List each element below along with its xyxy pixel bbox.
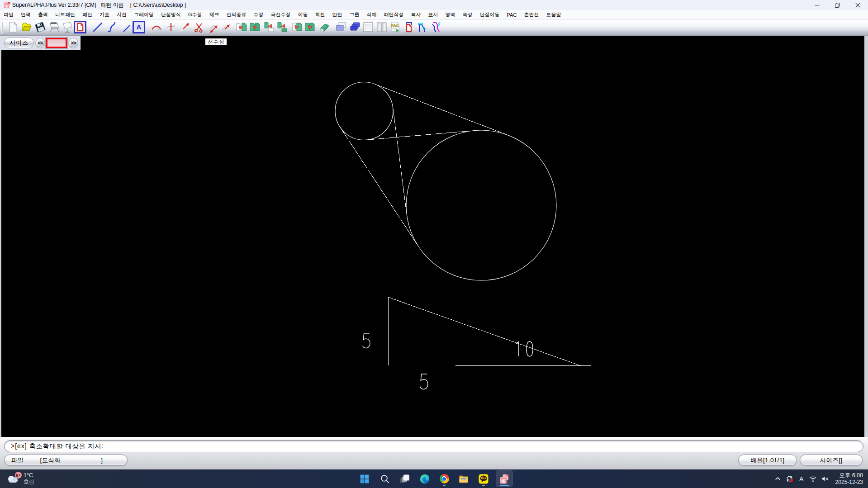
open-folder-icon[interactable] xyxy=(21,21,33,33)
tray-volume-muted-icon[interactable] xyxy=(819,469,831,488)
pac-document-icon[interactable] xyxy=(403,21,415,33)
scissors-cut-icon[interactable] xyxy=(193,21,205,33)
menu-곡선수정[interactable]: 곡선수정 xyxy=(268,11,294,18)
overlap-windows-icon[interactable] xyxy=(335,21,347,33)
menu-입력[interactable]: 입력 xyxy=(18,11,33,18)
menu-이동[interactable]: 이동 xyxy=(295,11,311,18)
taskbar-clock[interactable]: 오후 6:00 2025-12-23 xyxy=(835,472,863,485)
merge-white-green-icon[interactable] xyxy=(291,21,303,33)
window-title: SuperALPHA:Plus Ver 2.33r7 [CM] xyxy=(12,2,96,8)
size-input-field[interactable] xyxy=(46,38,67,48)
menu-니트패턴[interactable]: 니트패턴 xyxy=(52,11,78,18)
pattern-name-label: 패턴 이름 xyxy=(100,1,123,9)
menu-패턴작성[interactable]: 패턴작성 xyxy=(381,11,407,18)
taskbar-file-explorer-icon[interactable] xyxy=(455,470,472,487)
taskbar-edge-icon[interactable] xyxy=(416,470,433,487)
split-piece-icon[interactable] xyxy=(276,21,288,33)
menu-복사[interactable]: 복사 xyxy=(408,11,424,18)
command-input[interactable]: >[ex] 축소확대할 대상을 지시: xyxy=(4,440,863,452)
menu-반전[interactable]: 반전 xyxy=(330,11,345,18)
menu-도움말[interactable]: 도움말 xyxy=(543,11,564,18)
close-button[interactable] xyxy=(848,0,868,10)
tray-ime-korean-icon[interactable]: A xyxy=(796,469,807,488)
menu-G수정[interactable]: G수정 xyxy=(185,11,205,18)
size-prev-button[interactable]: << xyxy=(35,38,45,48)
menu-선의종류[interactable]: 선의종류 xyxy=(224,11,249,18)
size-next-button[interactable]: >> xyxy=(68,38,78,48)
plotter-output-icon[interactable] xyxy=(48,21,60,33)
menu-영역[interactable]: 영역 xyxy=(443,11,458,18)
menu-수정[interactable]: 수정 xyxy=(251,11,266,18)
line-arrow-icon[interactable] xyxy=(179,21,191,33)
menu-단점방식[interactable]: 단점방식 xyxy=(158,11,184,18)
size-status-button[interactable]: 사이즈[] xyxy=(800,455,863,466)
size-input[interactable] xyxy=(45,37,68,49)
menu-삭제[interactable]: 삭제 xyxy=(364,11,379,18)
extract-piece-icon[interactable] xyxy=(263,21,275,33)
system-tray: A 오후 6:00 2025-12-23 xyxy=(772,469,868,488)
minimize-button[interactable] xyxy=(807,0,827,10)
text-tool-icon[interactable]: A xyxy=(133,21,145,33)
menu-PAC[interactable]: PAC xyxy=(504,12,520,18)
menu-패턴[interactable]: 패턴 xyxy=(80,11,95,18)
restore-button[interactable] xyxy=(827,0,848,10)
menu-표시[interactable]: 표시 xyxy=(426,11,441,18)
taskbar-task-view-icon[interactable] xyxy=(396,470,413,487)
copy-pattern-icon[interactable] xyxy=(236,21,247,33)
menu-기호[interactable]: 기호 xyxy=(97,11,112,18)
curve-tool-icon[interactable] xyxy=(106,21,118,33)
arc-tool-icon[interactable] xyxy=(151,21,162,33)
move-double-arrow-icon[interactable] xyxy=(207,21,219,33)
clock-date: 2025-12-23 xyxy=(835,479,863,486)
frame-window-icon[interactable] xyxy=(362,21,374,33)
zoom-status-button[interactable]: 배율[1.01/1] xyxy=(738,455,797,466)
toolbar: APAC xyxy=(0,20,868,36)
path-grading-icon[interactable] xyxy=(430,21,441,33)
taskbar-kakaotalk-icon[interactable]: TALK xyxy=(475,470,492,487)
menu-회전[interactable]: 회전 xyxy=(313,11,328,18)
file-status-button[interactable]: 파일 [도식화 ] xyxy=(4,455,128,466)
line-tool-icon[interactable] xyxy=(92,21,104,33)
size-button[interactable]: 사이즈 xyxy=(4,38,34,48)
path-nodes-icon[interactable] xyxy=(417,21,428,33)
tray-sync-alert-icon[interactable] xyxy=(784,469,796,488)
menu-촌법선[interactable]: 촌법선 xyxy=(521,11,541,18)
eraser-icon[interactable] xyxy=(318,21,330,33)
menu-출력[interactable]: 출력 xyxy=(35,11,51,18)
digitizer-board-icon[interactable] xyxy=(62,21,73,33)
app-icon: α xyxy=(4,2,10,9)
parallel-lines-icon[interactable] xyxy=(119,21,131,33)
taskbar-search-icon[interactable] xyxy=(376,470,394,487)
menu-체크[interactable]: 체크 xyxy=(207,11,222,18)
tray-chevron-up-icon[interactable] xyxy=(772,469,784,488)
pac-export-icon[interactable]: PAC xyxy=(389,21,401,33)
rotate-arrow-icon[interactable] xyxy=(220,21,232,33)
window-path-label: [ C:\Users\us\Desktop ] xyxy=(130,2,186,8)
pattern-document-icon[interactable] xyxy=(74,21,86,33)
menu-시접[interactable]: 시접 xyxy=(114,11,129,18)
two-frames-icon[interactable] xyxy=(376,21,388,33)
taskbar-chrome-icon[interactable] xyxy=(436,470,453,487)
svg-text:α: α xyxy=(502,477,505,483)
taskbar-apps: TALKα xyxy=(0,469,868,488)
duplicate-pattern-icon[interactable] xyxy=(249,21,261,33)
new-document-icon[interactable] xyxy=(7,21,19,33)
clock-time: 오후 6:00 xyxy=(835,472,863,479)
curve-cross-icon[interactable] xyxy=(165,21,177,33)
drawing-canvas[interactable] xyxy=(1,36,864,437)
menu-속성[interactable]: 속성 xyxy=(460,11,475,18)
tooltip-line-edit: 선수정 xyxy=(205,38,227,46)
taskbar-superalpha-icon[interactable]: α xyxy=(496,470,513,487)
svg-text:PAC: PAC xyxy=(391,24,399,28)
save-floppy-icon[interactable] xyxy=(34,21,46,33)
tray-wifi-icon[interactable] xyxy=(807,469,819,488)
taskbar-windows-start-icon[interactable] xyxy=(356,470,373,487)
file-status-label: 파일 xyxy=(11,456,24,464)
svg-text:α: α xyxy=(5,3,8,8)
menu-단점이동[interactable]: 단점이동 xyxy=(477,11,503,18)
menu-파일[interactable]: 파일 xyxy=(1,11,16,18)
menu-그룹[interactable]: 그룹 xyxy=(347,11,362,18)
layer-stack-icon[interactable] xyxy=(349,21,361,33)
merge-green-icon[interactable] xyxy=(304,21,316,33)
menu-그레이딩[interactable]: 그레이딩 xyxy=(131,11,157,18)
